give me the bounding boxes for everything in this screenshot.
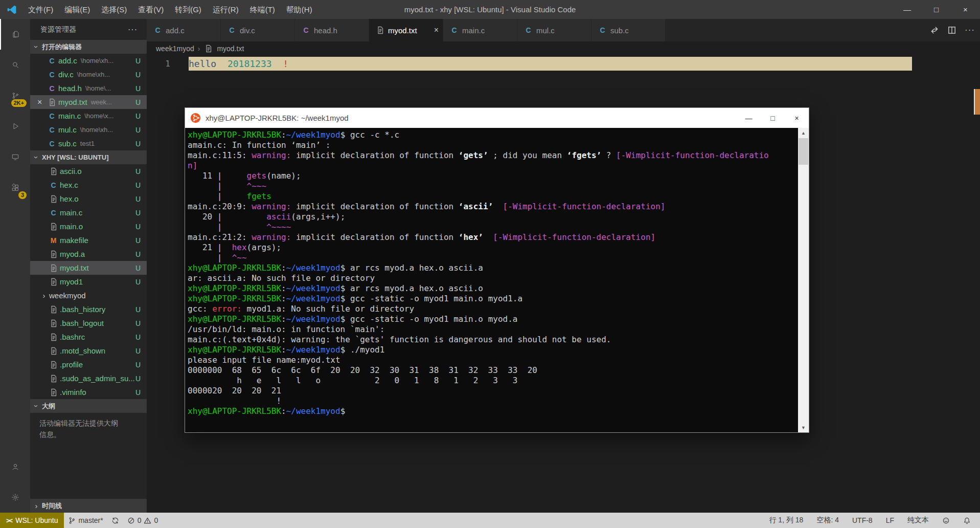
- breadcrumb-folder[interactable]: week1myod: [156, 45, 194, 53]
- file-name: ascii.o: [60, 167, 82, 175]
- git-status-badge: U: [135, 112, 147, 120]
- tab-div.c[interactable]: Cdiv.c: [221, 19, 295, 41]
- menu-run[interactable]: 运行(R): [207, 0, 244, 19]
- terminal-line: /usr/bin/ld: main.o: in function `main':: [188, 324, 798, 335]
- file-item[interactable]: myod.txtU: [30, 261, 147, 275]
- open-editor-item[interactable]: Chead.h\home\...U: [30, 81, 147, 95]
- problems-status[interactable]: 0 0: [123, 513, 163, 528]
- more-actions-icon[interactable]: ···: [965, 25, 975, 35]
- open-editor-item[interactable]: Cmul.c\home\xh...U: [30, 123, 147, 137]
- terminal-output[interactable]: xhy@LAPTOP-JRKRL5BK:~/week1myod$ gcc -c …: [185, 128, 798, 432]
- scrollbar-thumb[interactable]: [799, 138, 808, 165]
- file-item[interactable]: .profileU: [30, 358, 147, 371]
- menu-help[interactable]: 帮助(H): [281, 0, 318, 19]
- open-editor-item[interactable]: Cdiv.c\home\xh...U: [30, 68, 147, 81]
- close-button[interactable]: ×: [951, 0, 980, 19]
- branch-status[interactable]: master*: [64, 513, 107, 528]
- remote-indicator[interactable]: >< WSL: Ubuntu: [0, 513, 64, 528]
- eol-sequence[interactable]: LF: [882, 513, 898, 528]
- file-item[interactable]: .bash_logoutU: [30, 316, 147, 330]
- file-item[interactable]: ascii.oU: [30, 164, 147, 178]
- menu-selection[interactable]: 选择(S): [96, 0, 132, 19]
- file-item[interactable]: myod1U: [30, 275, 147, 289]
- menu-edit[interactable]: 编辑(E): [59, 0, 96, 19]
- open-editor-item[interactable]: Cadd.c\home\xh...U: [30, 54, 147, 68]
- file-name: hex.c: [60, 181, 78, 189]
- tab-sub.c[interactable]: Csub.c: [591, 19, 666, 41]
- terminal-line: main.c:21:2: warning: implicit declarati…: [188, 232, 798, 243]
- menu-go[interactable]: 转到(G): [169, 0, 207, 19]
- close-icon[interactable]: ×: [37, 98, 47, 107]
- file-item[interactable]: MmakefileU: [30, 233, 147, 247]
- file-item[interactable]: Cmain.cU: [30, 206, 147, 219]
- breadcrumb-file[interactable]: myod.txt: [217, 45, 244, 53]
- file-item[interactable]: .bashrcU: [30, 330, 147, 344]
- terminal-maximize-button[interactable]: □: [761, 108, 785, 128]
- sync-button[interactable]: [107, 513, 123, 528]
- activity-source-control[interactable]: 2K+: [0, 80, 30, 111]
- code-line[interactable]: hello 20181233 !: [189, 57, 912, 71]
- open-changes-icon[interactable]: [930, 26, 939, 35]
- tab-mul.c[interactable]: Cmul.c: [517, 19, 591, 41]
- activity-explorer[interactable]: [0, 19, 30, 50]
- file-path: \home\...: [85, 84, 111, 92]
- scroll-up-arrow[interactable]: ▲: [798, 128, 809, 138]
- bell-icon: [963, 517, 971, 524]
- workspace-folder-header[interactable]: › XHY [WSL: UBUNTU]: [30, 150, 147, 164]
- open-editor-item[interactable]: ×myod.txtweek...U: [30, 95, 147, 109]
- activity-account[interactable]: [0, 451, 30, 482]
- file-item[interactable]: hex.oU: [30, 192, 147, 206]
- menu-file[interactable]: 文件(F): [22, 0, 59, 19]
- activity-search[interactable]: [0, 50, 30, 80]
- open-editor-item[interactable]: Cmain.c\home\x...U: [30, 109, 147, 123]
- split-editor-icon[interactable]: [947, 26, 956, 35]
- tab-head.h[interactable]: Chead.h: [295, 19, 369, 41]
- open-editor-item[interactable]: Csub.ctest1U: [30, 137, 147, 150]
- terminal-minimize-button[interactable]: —: [737, 108, 761, 128]
- menu-terminal[interactable]: 终端(T): [244, 0, 281, 19]
- notifications-button[interactable]: [959, 513, 975, 528]
- file-item[interactable]: .bash_historyU: [30, 302, 147, 316]
- file-name: head.h: [58, 84, 82, 93]
- tab-myod.txt[interactable]: myod.txt×: [369, 19, 443, 41]
- c-icon: C: [47, 126, 57, 134]
- more-actions-icon[interactable]: ···: [128, 25, 138, 34]
- file-item[interactable]: Chex.cU: [30, 178, 147, 192]
- file-item[interactable]: .viminfoU: [30, 385, 147, 399]
- encoding[interactable]: UTF-8: [848, 513, 877, 528]
- indentation[interactable]: 空格: 4: [812, 513, 843, 528]
- outline-header[interactable]: › 大纲: [30, 399, 147, 413]
- file-tree: ascii.oUChex.cUhex.oUCmain.cUmain.oUMmak…: [30, 164, 147, 399]
- file-item[interactable]: .motd_shownU: [30, 344, 147, 358]
- open-editors-header[interactable]: › 打开的编辑器: [30, 40, 147, 54]
- file-item[interactable]: .sudo_as_admin_su...U: [30, 371, 147, 385]
- makefile-icon: M: [49, 236, 58, 245]
- file-item[interactable]: myod.aU: [30, 247, 147, 261]
- feedback-icon: [942, 517, 950, 524]
- activity-settings[interactable]: [0, 482, 30, 513]
- scroll-down-arrow[interactable]: ▼: [798, 423, 809, 432]
- timeline-header[interactable]: › 时间线: [30, 499, 147, 513]
- c-icon: C: [49, 181, 58, 189]
- file-item[interactable]: main.oU: [30, 219, 147, 233]
- explorer-sidebar: 资源管理器 ··· › 打开的编辑器 Cadd.c\home\xh...UCdi…: [30, 19, 147, 513]
- activity-extensions[interactable]: 3: [0, 172, 30, 203]
- tab-main.c[interactable]: Cmain.c: [443, 19, 517, 41]
- menu-view[interactable]: 查看(V): [132, 0, 169, 19]
- activity-run-debug[interactable]: [0, 111, 30, 142]
- minimize-button[interactable]: —: [893, 0, 922, 19]
- folder-item[interactable]: ›weekmyod: [30, 289, 147, 302]
- activity-remote-explorer[interactable]: [0, 142, 30, 172]
- cursor-position[interactable]: 行 1, 列 18: [765, 513, 807, 528]
- tab-label: sub.c: [610, 26, 629, 35]
- feedback-button[interactable]: [938, 513, 954, 528]
- terminal-scrollbar[interactable]: ▲ ▼: [798, 128, 809, 432]
- tab-add.c[interactable]: Cadd.c: [147, 19, 221, 41]
- file-name: sub.c: [58, 139, 77, 148]
- language-mode[interactable]: 纯文本: [903, 513, 933, 528]
- terminal-close-button[interactable]: ×: [785, 108, 809, 128]
- close-icon[interactable]: ×: [434, 26, 439, 35]
- terminal-line: ar: ascii.a: No such file or directory: [188, 273, 798, 283]
- terminal-title-bar[interactable]: xhy@LAPTOP-JRKRL5BK: ~/week1myod — □ ×: [185, 108, 809, 128]
- maximize-button[interactable]: □: [922, 0, 951, 19]
